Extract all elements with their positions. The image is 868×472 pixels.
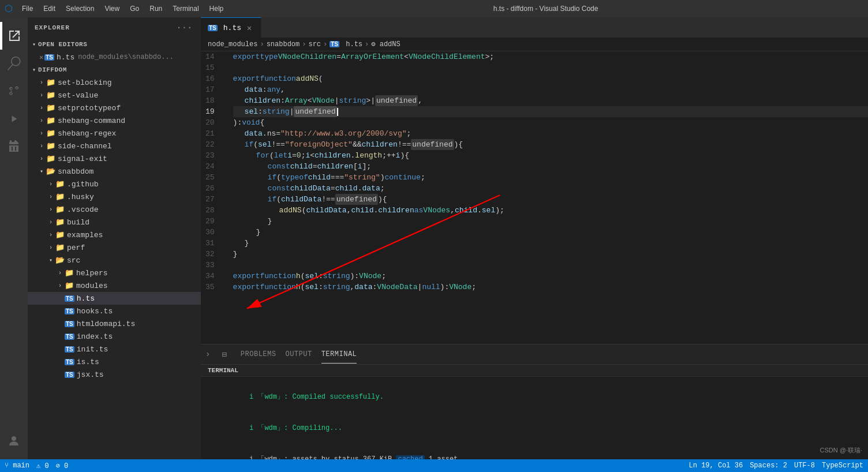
folder-icon: 📁 [46,116,55,125]
folder-icon: 📁 [46,103,55,113]
tree-arrow: › [37,130,46,137]
tree-item-modules[interactable]: › 📁 modules [28,279,201,292]
tree-item-husky[interactable]: › 📁 .husky [28,190,201,203]
tree-item-src[interactable]: ▾ 📂 src [28,254,201,267]
tree-item-signal-exit[interactable]: › 📁 signal-exit [28,152,201,165]
status-lang[interactable]: TypeScript [822,462,863,470]
breadcrumb-node-modules[interactable]: node_modules [208,40,257,48]
status-spaces[interactable]: Spaces: 2 [750,462,787,470]
ln-14: 14 [205,51,222,62]
activity-extensions[interactable] [0,133,28,160]
folder-icon: 📁 [65,268,74,278]
panel-tabs: › ⊟ PROBLEMS OUTPUT TERMINAL [201,344,868,365]
status-branch[interactable]: ⑂ main [5,462,29,470]
tree-label: init.ts [77,345,108,354]
code-line-25: if (typeof child === "string") continue; [233,172,868,183]
tab-ts-icon: TS [208,25,218,31]
tab-terminal[interactable]: TERMINAL [321,346,357,364]
code-line-17: data: any, [233,84,868,95]
panel-expand-icon[interactable]: › [205,350,210,359]
tree-item-shebang-regex[interactable]: › 📁 shebang-regex [28,127,201,140]
ln-19: 19 [205,106,222,117]
tab-close-btn[interactable]: ✕ [245,23,254,32]
tree-item-perf[interactable]: › 📁 perf [28,241,201,254]
ts-icon: TS [65,372,74,378]
menu-bar: File Edit Selection View Go Run Terminal… [17,2,228,15]
tree-item-setprototypeof[interactable]: › 📁 setprototypeof [28,102,201,114]
tree-label: side-channel [58,142,112,151]
tree-arrow: › [37,105,46,111]
menu-run[interactable]: Run [145,2,167,15]
folder-open-icon: 📂 [46,167,55,176]
status-encoding[interactable]: UTF-8 [794,462,815,470]
tree-item-snabbdom[interactable]: ▾ 📂 snabbdom [28,165,201,178]
tree-arrow: › [37,92,46,99]
menu-terminal[interactable]: Terminal [168,2,203,15]
sidebar-header-actions: ··· [175,22,194,33]
tree-item-examples[interactable]: › 📁 examples [28,228,201,241]
tab-problems[interactable]: PROBLEMS [241,346,276,363]
menu-view[interactable]: View [100,2,124,15]
code-line-23: for (let i = 0; i < children.length; ++i… [233,150,868,161]
panel-split-icon[interactable]: ⊟ [222,350,226,359]
open-editors-section[interactable]: ▾ OPEN EDITORS [28,38,201,51]
status-errors[interactable]: ⚠ 0 [36,462,49,470]
breadcrumb-snabbdom[interactable]: snabbdom [267,40,300,48]
diffdom-section[interactable]: ▾ DIFFDOM [28,63,201,76]
folder-icon: 📁 [46,154,55,163]
ts-file-icon: TS [44,54,54,61]
code-line-27: if (childData !== undefined) { [233,194,868,205]
tree-item-github[interactable]: › 📁 .github [28,178,201,190]
activity-explorer[interactable] [0,22,28,50]
tab-output[interactable]: OUTPUT [285,346,312,363]
tree-item-initts[interactable]: TS init.ts [28,343,201,355]
breadcrumb-hts[interactable]: TS h.ts [330,40,362,48]
sidebar-more-btn[interactable]: ··· [175,22,194,33]
folder-icon: 📁 [46,129,55,138]
ln-20: 20 [205,117,222,128]
code-editor[interactable]: 14 15 16 17 18 19 20 21 22 23 24 25 26 2… [201,51,868,344]
breadcrumb-addns[interactable]: ⚙ addNS [371,40,400,48]
menu-file[interactable]: File [17,2,38,15]
open-editor-path: node_modules\snabbdo... [78,53,174,61]
tree-item-helpers[interactable]: › 📁 helpers [28,267,201,279]
close-editor-icon[interactable]: ✕ [39,53,43,62]
breadcrumb-gear-icon: ⚙ [371,40,375,48]
code-line-18: children: Array<VNode | string> | undefi… [233,95,868,106]
status-ln-col[interactable]: Ln 19, Col 36 [689,462,743,470]
tree-item-set-blocking[interactable]: › 📁 set-blocking [28,76,201,89]
breadcrumb-sep-2: › [302,40,306,48]
menu-selection[interactable]: Selection [61,2,99,15]
ln-32: 32 [205,249,222,260]
ln-21: 21 [205,128,222,139]
tree-item-indexts[interactable]: TS index.ts [28,330,201,343]
menu-edit[interactable]: Edit [39,2,60,15]
folder-open-icon: 📂 [55,256,65,265]
folder-icon: 📁 [55,192,65,201]
menu-help[interactable]: Help [205,2,229,15]
menu-go[interactable]: Go [125,2,144,15]
tree-item-build[interactable]: › 📁 build [28,216,201,228]
breadcrumb-src[interactable]: src [308,40,321,48]
activity-search[interactable] [0,50,28,77]
activity-accounts[interactable] [0,427,28,455]
open-editor-item[interactable]: ✕ TS h.ts node_modules\snabbdo... [28,51,201,63]
tree-item-jsxts[interactable]: TS jsx.ts [28,368,201,381]
tree-item-vscode[interactable]: › 📁 .vscode [28,203,201,216]
tree-item-ists[interactable]: TS is.ts [28,355,201,368]
terminal-content[interactable]: i 「wdm」: Compiled successfully. i 「wdm」:… [201,377,868,459]
activity-accounts-icon[interactable] [0,427,28,455]
status-warnings[interactable]: ⊘ 0 [56,462,69,470]
tree-item-set-value[interactable]: › 📁 set-value [28,89,201,102]
code-lines: export type VNodeChildren = ArrayOrEleme… [231,51,868,344]
tree-item-hts[interactable]: TS h.ts [28,292,201,305]
tab-hts[interactable]: TS h.ts ✕ [201,17,261,38]
tree-item-hooksts[interactable]: TS hooks.ts [28,305,201,317]
tree-item-htmldomapits[interactable]: TS htmldomapi.ts [28,317,201,330]
activity-run[interactable] [0,105,28,133]
ln-22: 22 [205,139,222,150]
breadcrumb-sep-4: › [365,40,369,48]
tree-item-side-channel[interactable]: › 📁 side-channel [28,140,201,152]
tree-item-shebang-command[interactable]: › 📁 shebang-command [28,114,201,127]
activity-source-control[interactable] [0,77,28,105]
